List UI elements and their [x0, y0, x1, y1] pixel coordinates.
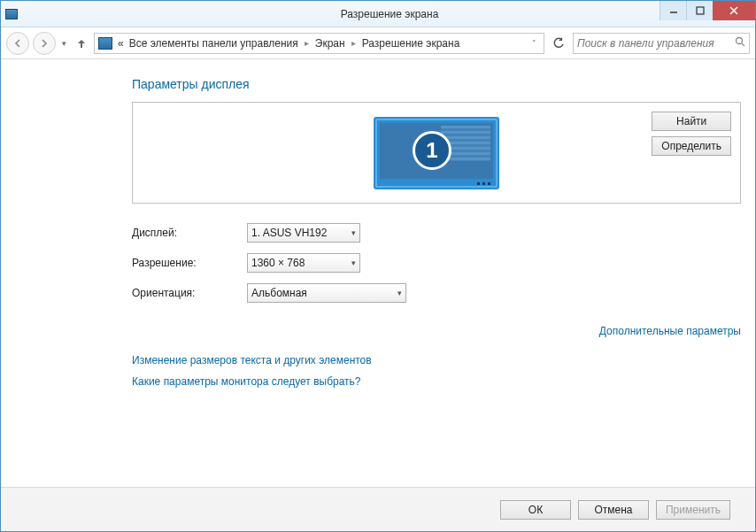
minimize-button[interactable]: [660, 1, 686, 20]
svg-rect-1: [697, 7, 704, 14]
apply-button[interactable]: Применить: [656, 500, 730, 520]
orientation-select[interactable]: Альбомная ▾: [247, 283, 406, 303]
search-input[interactable]: [577, 37, 735, 50]
resolution-value: 1360 × 768: [251, 257, 305, 269]
page-heading: Параметры дисплея: [132, 77, 741, 91]
svg-point-4: [737, 38, 743, 44]
cancel-button[interactable]: Отмена: [578, 500, 649, 520]
resize-text-link[interactable]: Изменение размеров текста и других элеме…: [132, 354, 741, 366]
chevron-down-icon: ▾: [351, 228, 356, 237]
chevron-down-icon: ▾: [397, 289, 402, 297]
breadcrumb-item-resolution[interactable]: Разрешение экрана: [360, 35, 462, 51]
window-title: Разрешение экрана: [24, 8, 755, 20]
chevron-right-icon: ▸: [302, 38, 312, 48]
window-frame: Разрешение экрана ▾ « Все элеме: [0, 0, 756, 532]
orientation-value: Альбомная: [251, 287, 307, 299]
display-label: Дисплей:: [132, 227, 247, 239]
back-button[interactable]: [6, 32, 29, 55]
search-icon: [735, 36, 745, 50]
breadcrumb[interactable]: « Все элементы панели управления ▸ Экран…: [94, 33, 544, 54]
identify-button[interactable]: Определить: [652, 136, 731, 156]
display-preview-box: 1 Найти Определить: [132, 102, 741, 204]
arrow-up-icon: [75, 37, 88, 50]
window-controls: [660, 1, 755, 20]
advanced-settings-link[interactable]: Дополнительные параметры: [599, 325, 741, 337]
breadcrumb-item-display[interactable]: Экран: [313, 35, 347, 51]
resolution-label: Разрешение:: [132, 257, 247, 269]
svg-line-5: [742, 43, 744, 46]
dialog-footer: ОК Отмена Применить: [1, 487, 755, 531]
breadcrumb-dropdown[interactable]: ˅: [528, 39, 540, 48]
breadcrumb-item-cpanel[interactable]: Все элементы панели управления: [127, 35, 300, 51]
breadcrumb-prefix: «: [116, 35, 126, 51]
which-monitor-link[interactable]: Какие параметры монитора следует выбрать…: [132, 375, 741, 388]
app-icon: [1, 9, 24, 19]
close-button[interactable]: [713, 1, 755, 20]
forward-button[interactable]: [33, 32, 56, 55]
display-select[interactable]: 1. ASUS VH192 ▾: [247, 223, 360, 243]
monitor-number: 1: [413, 131, 451, 170]
ok-button[interactable]: ОК: [500, 500, 571, 520]
display-value: 1. ASUS VH192: [251, 227, 327, 239]
monitor-graphic[interactable]: 1: [374, 117, 499, 189]
settings-form: Дисплей: 1. ASUS VH192 ▾ Разрешение: 136…: [132, 223, 741, 303]
chevron-right-icon: ▸: [349, 38, 359, 48]
titlebar: Разрешение экрана: [1, 1, 755, 27]
maximize-icon: [696, 6, 705, 15]
history-dropdown[interactable]: ▾: [59, 39, 69, 48]
search-box[interactable]: [573, 33, 750, 54]
control-panel-icon: [98, 37, 112, 50]
orientation-label: Ориентация:: [132, 287, 247, 299]
chevron-down-icon: ▾: [351, 258, 356, 267]
refresh-button[interactable]: [548, 33, 569, 54]
address-bar: ▾ « Все элементы панели управления ▸ Экр…: [1, 27, 755, 59]
content-area: Параметры дисплея 1 Найти Определить Дис…: [1, 59, 755, 487]
arrow-right-icon: [39, 38, 50, 49]
minimize-icon: [669, 6, 678, 15]
maximize-button[interactable]: [686, 1, 713, 20]
up-button[interactable]: [73, 35, 90, 52]
arrow-left-icon: [12, 38, 23, 49]
refresh-icon: [552, 37, 565, 50]
close-icon: [729, 5, 739, 16]
find-button[interactable]: Найти: [652, 112, 731, 131]
resolution-select[interactable]: 1360 × 768 ▾: [247, 253, 360, 273]
